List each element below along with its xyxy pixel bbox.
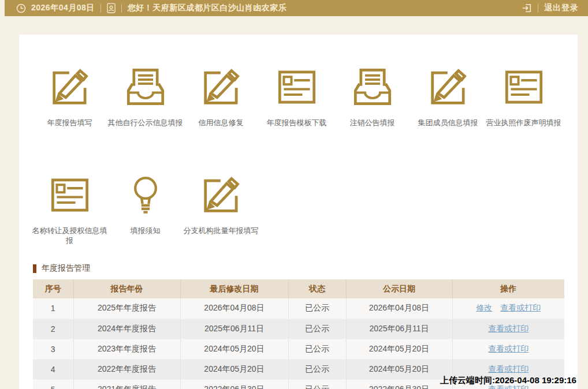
report-year: 2022年年度报告 (73, 359, 180, 379)
publish-date: 2024年05月20日 (346, 339, 452, 359)
table-header-row: 序号报告年份最后修改日期状态公示日期操作 (33, 279, 564, 298)
status: 已公示 (288, 339, 346, 359)
column-header: 公示日期 (346, 279, 452, 298)
last-modified-date: 2024年05月20日 (180, 359, 288, 379)
row-index: 5 (33, 379, 73, 389)
view-or-print-link[interactable]: 查看或打印 (488, 344, 529, 353)
actions-cell: 查看或打印 (452, 339, 564, 359)
main-panel: 年度报告填写其他自行公示信息填报信用信息修复年度报告模板下载注销公告填报集团成员… (19, 35, 578, 389)
upload-time-overlay: 上传云端时间:2026-04-08 19:29:16 (440, 375, 576, 386)
window-icon (48, 171, 92, 219)
clock-icon (16, 3, 26, 13)
edit-icon (199, 171, 243, 219)
divider (101, 4, 101, 13)
shortcut-grid: 年度报告填写其他自行公示信息填报信用信息修复年度报告模板下载注销公告填报集团成员… (32, 63, 561, 245)
divider (538, 4, 538, 13)
shortcut-credit-info-repair[interactable]: 信用信息修复 (183, 63, 259, 128)
logout-label: 退出登录 (544, 3, 579, 13)
last-modified-date: 2024年05月20日 (180, 339, 288, 359)
current-date: 2026年04月08日 (31, 3, 95, 13)
column-header: 最后修改日期 (180, 279, 288, 298)
shortcut-group-member-info-fill[interactable]: 集团成员信息填报 (410, 63, 486, 128)
shortcut-name-transfer-authorization-fill[interactable]: 名称转让及授权信息填报 (32, 171, 107, 245)
user-greeting: 您好！天府新区成都片区白沙山肖凼农家乐 (128, 3, 287, 13)
table-row: 22024年年度报告2025年06月11日已公示2025年06月11日查看或打印 (33, 319, 564, 339)
status: 已公示 (288, 359, 346, 379)
logout-button[interactable]: 退出登录 (522, 3, 579, 13)
view-or-print-link[interactable]: 查看或打印 (488, 364, 529, 373)
shortcut-label: 年度报告模板下载 (267, 118, 327, 128)
modify-link[interactable]: 修改 (476, 303, 492, 312)
logout-icon (522, 3, 532, 13)
shortcut-annual-report-fill[interactable]: 年度报告填写 (32, 63, 107, 128)
shortcut-business-license-void-declaration[interactable]: 营业执照作废声明填报 (486, 63, 561, 128)
table-row: 12025年年度报告2026年04月08日已公示2026年04月08日修改查看或… (33, 298, 564, 319)
actions-cell: 修改查看或打印 (452, 298, 564, 319)
row-index: 3 (33, 339, 73, 359)
shortcut-label: 名称转让及授权信息填报 (32, 226, 107, 245)
shortcut-label: 信用信息修复 (199, 118, 244, 128)
section-title: 年度报告管理 (42, 263, 90, 274)
view-or-print-link[interactable]: 查看或打印 (488, 324, 529, 333)
shortcut-label: 注销公告填报 (350, 118, 395, 128)
publish-date: 2026年04月08日 (346, 298, 452, 319)
user-icon (107, 3, 116, 13)
publish-date: 2025年06月11日 (346, 319, 452, 339)
row-index: 4 (33, 359, 73, 379)
report-table: 序号报告年份最后修改日期状态公示日期操作 12025年年度报告2026年04月0… (33, 279, 564, 389)
view-or-print-link[interactable]: 查看或打印 (500, 303, 541, 312)
shortcut-label: 分支机构批量年报填写 (184, 226, 259, 235)
shortcut-filling-instructions[interactable]: 填报须知 (107, 171, 183, 245)
shortcut-label: 营业执照作废声明填报 (486, 118, 561, 128)
table-row: 32023年年度报告2024年05月20日已公示2024年05月20日查看或打印 (33, 339, 564, 359)
window-icon (502, 63, 546, 111)
shortcut-branch-batch-annual-report-fill[interactable]: 分支机构批量年报填写 (183, 171, 259, 245)
shortcut-label: 年度报告填写 (47, 118, 92, 128)
shortcut-other-self-publicity-info-fill[interactable]: 其他自行公示信息填报 (107, 63, 183, 128)
status: 已公示 (288, 379, 346, 389)
column-header: 报告年份 (73, 279, 180, 298)
section-header: 年度报告管理 (33, 263, 90, 274)
inbox-icon (351, 63, 395, 111)
shortcut-annual-report-template-download[interactable]: 年度报告模板下载 (259, 63, 334, 128)
topbar: 2026年04月08日 您好！天府新区成都片区白沙山肖凼农家乐 退出登录 (5, 0, 588, 16)
report-year: 2021年年度报告 (73, 379, 180, 389)
status: 已公示 (288, 298, 346, 319)
last-modified-date: 2025年06月11日 (180, 319, 288, 339)
column-header: 状态 (288, 279, 346, 298)
report-year: 2025年年度报告 (73, 298, 180, 319)
row-index: 1 (33, 298, 73, 319)
inbox-icon (124, 63, 168, 111)
section-marker (33, 264, 36, 273)
column-header: 序号 (33, 279, 73, 298)
edit-icon (426, 63, 470, 111)
shortcut-label: 集团成员信息填报 (418, 118, 478, 128)
publish-date: 2024年05月20日 (346, 359, 452, 379)
actions-cell: 查看或打印 (452, 319, 564, 339)
column-header: 操作 (452, 279, 564, 298)
report-year: 2023年年度报告 (73, 339, 180, 359)
last-modified-date: 2026年04月08日 (180, 298, 288, 319)
shortcut-label: 填报须知 (131, 226, 161, 235)
report-year: 2024年年度报告 (73, 319, 180, 339)
window-icon (275, 63, 319, 111)
divider (121, 4, 122, 13)
publish-date: 2022年06月30日 (346, 379, 452, 389)
row-index: 2 (33, 319, 73, 339)
edit-icon (199, 63, 243, 111)
status: 已公示 (288, 319, 346, 339)
shortcut-deregistration-notice-fill[interactable]: 注销公告填报 (334, 63, 410, 128)
shortcut-label: 其他自行公示信息填报 (108, 118, 183, 128)
last-modified-date: 2022年06月30日 (180, 379, 288, 389)
edit-icon (48, 63, 92, 111)
bulb-icon (124, 171, 168, 219)
